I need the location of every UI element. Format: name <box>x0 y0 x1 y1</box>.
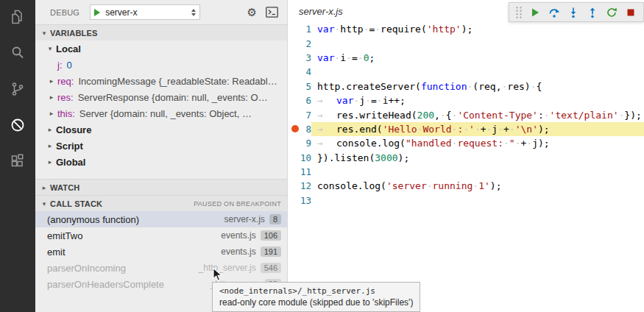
code-line[interactable]: 7→res.writeHead(200,·{·'Content-Type':·'… <box>288 107 644 121</box>
code-line[interactable]: 8→res.end('Hello·World·:·'·+·j·+·'\n'); <box>288 122 644 136</box>
line-number[interactable]: 7 <box>288 110 311 121</box>
scope-row[interactable]: ▾Local <box>35 40 287 57</box>
stack-frame[interactable]: (anonymous function)server-x.js8 <box>35 211 287 227</box>
activity-bar-item-explorer[interactable] <box>0 0 35 36</box>
code-line[interactable]: 11 <box>288 165 644 179</box>
scope-row[interactable]: ▸Global <box>35 154 287 170</box>
drag-grip-icon[interactable] <box>515 6 523 19</box>
code-line[interactable]: 6→var·j·=·i++; <box>288 93 644 107</box>
code-text[interactable]: →res.writeHead(200,·{·'Content-Type':·'t… <box>311 107 644 121</box>
whitespace-tab-icon: → <box>317 138 336 149</box>
whitespace-dot-icon: · <box>467 81 473 92</box>
whitespace-tab-icon: → <box>317 110 336 121</box>
activity-bar-item-source-control[interactable] <box>0 72 35 108</box>
code-line[interactable]: 9→console.log("handled·request:·"·+·j); <box>288 136 644 150</box>
callstack-section-header[interactable]: ▾ CALL STACK PAUSED ON BREAKPOINT <box>35 195 287 211</box>
line-number[interactable]: 10 <box>288 152 311 163</box>
restart-button[interactable] <box>602 3 621 21</box>
twistie-icon[interactable]: ▸ <box>44 142 56 149</box>
code-line[interactable]: 10}).listen(3000); <box>288 151 644 165</box>
watch-section-title: WATCH <box>50 183 80 192</box>
token: function <box>421 81 467 92</box>
activity-bar-item-extensions[interactable] <box>0 144 35 180</box>
activity-bar-item-search[interactable] <box>0 36 35 72</box>
variable-row[interactable]: ▸req:IncomingMessage {_readableState: Re… <box>35 73 287 89</box>
code-line[interactable]: 13 <box>288 194 644 208</box>
variable-row[interactable]: j:0 <box>35 57 287 73</box>
whitespace-dot-icon: · <box>417 124 423 135</box>
twistie-icon[interactable]: ▸ <box>44 158 56 166</box>
watch-section-header[interactable]: ▸ WATCH <box>35 179 287 195</box>
code-text[interactable]: →var·j·=·i++; <box>311 93 644 107</box>
token: ); <box>538 124 550 135</box>
variable-row[interactable]: ▸res:ServerResponse {domain: null, _even… <box>35 89 287 105</box>
code-text[interactable]: http.createServer(function·(req,·res)·{ <box>311 79 644 93</box>
extensions-icon <box>9 152 26 172</box>
code-line[interactable]: 3var·i·=·0; <box>288 51 644 65</box>
code-lines[interactable]: 1var·http·=·require('http');23var·i·=·0;… <box>288 22 644 208</box>
scope-label: Closure <box>56 124 91 135</box>
code-text[interactable]: console.log('server·running·1'); <box>311 179 644 193</box>
start-debug-icon[interactable] <box>94 9 100 16</box>
code-line[interactable]: 4 <box>288 65 644 79</box>
variables-section-header[interactable]: ▾ VARIABLES <box>35 24 287 40</box>
code-line[interactable]: 2 <box>288 36 644 50</box>
step-over-button[interactable] <box>545 3 564 21</box>
line-number[interactable]: 4 <box>288 66 311 77</box>
step-out-button[interactable] <box>583 3 602 21</box>
line-number[interactable]: 11 <box>288 166 311 177</box>
editor-title[interactable]: server-x.js <box>299 6 343 17</box>
whitespace-tab-icon: → <box>317 124 336 135</box>
twistie-icon[interactable]: ▸ <box>46 110 57 117</box>
scope-row[interactable]: ▸Script <box>35 138 287 154</box>
token: http.createServer( <box>317 81 421 92</box>
code-text[interactable]: var·http·=·require('http'); <box>311 22 644 36</box>
token: ; <box>369 52 375 63</box>
frame-line-badge: 8 <box>269 214 281 224</box>
token: 0 <box>364 52 369 63</box>
code-text[interactable] <box>311 65 644 79</box>
scope-row[interactable]: ▸Closure <box>35 121 287 138</box>
debug-console-icon[interactable] <box>266 7 278 18</box>
continue-button[interactable] <box>526 3 545 21</box>
code-text[interactable] <box>311 165 644 179</box>
code-text[interactable] <box>311 194 644 208</box>
step-into-button[interactable] <box>564 3 583 21</box>
line-number[interactable]: 6 <box>288 95 311 106</box>
line-number[interactable]: 12 <box>288 180 311 191</box>
twistie-icon[interactable]: ▸ <box>46 93 57 101</box>
code-line[interactable]: 5http.createServer(function·(req,·res)·{ <box>288 79 644 93</box>
token: ·j·=·i++; <box>353 95 405 106</box>
code-text[interactable]: →res.end('Hello·World·:·'·+·j·+·'\n'); <box>311 122 644 136</box>
line-number[interactable]: 2 <box>288 38 311 49</box>
code-text[interactable]: var·i·=·0; <box>311 51 644 65</box>
whitespace-dot-icon: · <box>358 52 364 63</box>
line-number[interactable]: 3 <box>288 52 311 63</box>
code-line[interactable]: 1var·http·=·require('http'); <box>288 22 644 36</box>
twistie-icon[interactable]: ▾ <box>44 45 56 52</box>
line-number[interactable]: 13 <box>288 195 311 206</box>
editor[interactable]: server-x.js 1var·http·=·require('http');… <box>287 0 644 312</box>
variable-row[interactable]: ▸this:Server {domain: null, _events: Obj… <box>35 105 287 121</box>
line-number[interactable]: 1 <box>288 24 311 35</box>
stop-button[interactable] <box>621 3 640 21</box>
line-number[interactable]: 9 <box>288 138 311 149</box>
scope-label: Script <box>56 141 83 152</box>
whitespace-dot-icon: · <box>377 95 383 106</box>
stack-frame[interactable]: emitTwoevents.js106 <box>35 227 287 244</box>
breakpoint-icon[interactable] <box>291 125 299 132</box>
variable-value: Server {domain: null, _events: Object, … <box>79 108 252 119</box>
twistie-icon[interactable]: ▸ <box>44 126 56 133</box>
line-number[interactable]: 5 <box>288 81 311 92</box>
stack-frame[interactable]: parserOnIncoming_http_server.js546 <box>35 260 287 276</box>
code-text[interactable] <box>311 36 644 50</box>
twistie-icon[interactable]: ▸ <box>46 77 57 85</box>
activity-bar-item-debug[interactable] <box>0 108 35 144</box>
code-text[interactable]: →console.log("handled·request:·"·+·j); <box>311 136 644 150</box>
code-text[interactable]: }).listen(3000); <box>311 151 644 165</box>
whitespace-dot-icon: · <box>475 124 481 135</box>
code-line[interactable]: 12console.log('server·running·1'); <box>288 179 644 193</box>
launch-config-dropdown[interactable]: server-x <box>90 4 200 20</box>
stack-frame[interactable]: emitevents.js191 <box>35 244 287 260</box>
configure-gear-icon[interactable]: ⚙ <box>247 7 257 18</box>
